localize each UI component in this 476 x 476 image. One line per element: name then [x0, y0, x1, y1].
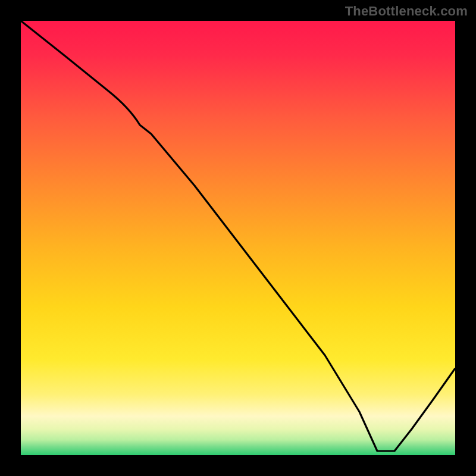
chart-frame: TheBottleneck.com	[0, 0, 476, 476]
watermark-text: TheBottleneck.com	[345, 4, 468, 19]
chart-svg	[21, 21, 455, 455]
plot-area	[21, 21, 455, 455]
gradient-background	[21, 21, 455, 455]
